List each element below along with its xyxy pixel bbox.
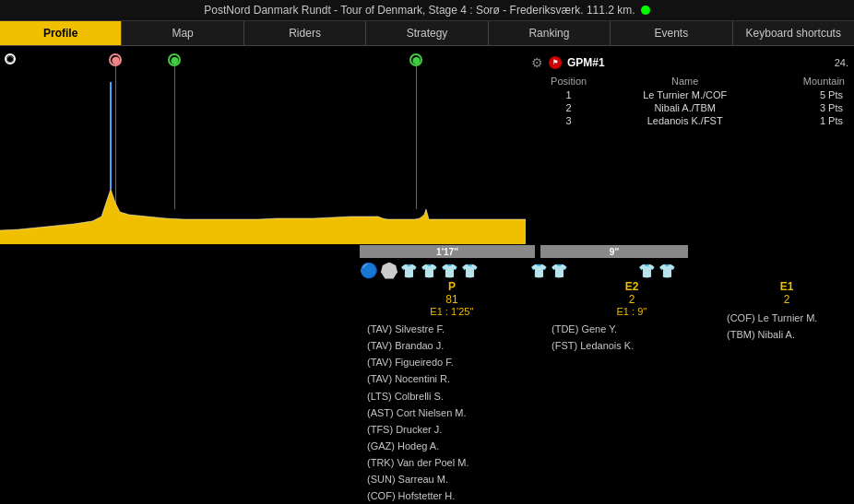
pts-3: 1 Pts xyxy=(764,114,848,127)
group-p-time: E1 : 1'25'' xyxy=(430,306,473,317)
jersey-shirt-3: 👕 xyxy=(441,263,458,279)
timing-bar-1: 1'17'' xyxy=(360,245,535,258)
marker-km2: ⬤ xyxy=(168,53,181,66)
tab-events[interactable]: Events xyxy=(611,21,732,45)
gpm-row-2: 2 Nibali A./TBM 3 Pts xyxy=(531,101,848,114)
marker-start: ◯ xyxy=(5,53,16,64)
gpm-table: Position Name Mountain 1 Le Turnier M./C… xyxy=(531,74,848,127)
pos-3: 3 xyxy=(531,114,606,127)
race-title: PostNord Danmark Rundt - Tour of Denmark… xyxy=(204,4,635,17)
tab-strategy[interactable]: Strategy xyxy=(366,21,488,45)
marker-km3: ⬤ xyxy=(409,53,422,66)
jerseys-row: 🔵 👕 👕 👕 👕 👕 👕 👕 👕 xyxy=(360,262,676,279)
tab-riders[interactable]: Riders xyxy=(244,21,366,45)
timing-bars: 1'17'' 9'' xyxy=(360,245,688,258)
group-columns: P 81 E1 : 1'25'' (TAV) Silvestre F. (TAV… xyxy=(360,280,854,504)
group-e1-label: E1 xyxy=(780,280,794,293)
gpm-topright: 24. xyxy=(835,57,848,68)
gpm-title: GPM#1 xyxy=(567,56,605,69)
marker-km1: ⬤ xyxy=(109,53,122,66)
settings-icon[interactable]: ⚙ xyxy=(531,55,543,70)
title-bar: PostNord Danmark Rundt - Tour of Denmark… xyxy=(0,0,854,21)
tab-map[interactable]: Map xyxy=(122,21,243,45)
pts-2: 3 Pts xyxy=(764,101,848,114)
gpm-row-3: 3 Ledanois K./FST 1 Pts xyxy=(531,114,848,127)
name-2: Nibali A./TBM xyxy=(606,101,764,114)
group-e2: E2 2 E1 : 9'' (TDE) Gene Y. (FST) Ledano… xyxy=(544,280,719,504)
pts-1: 5 Pts xyxy=(764,88,848,101)
group-p-count: 81 xyxy=(445,293,457,306)
tab-keyboard-shortcuts[interactable]: Keyboard shortcuts xyxy=(733,21,854,45)
jersey-shirt-2: 👕 xyxy=(421,263,438,279)
live-indicator xyxy=(641,6,650,15)
elevation-chart xyxy=(0,69,526,244)
gpm-panel: ⚙ ⚑ GPM#1 24. Position Name Mountain 1 L… xyxy=(526,52,854,131)
col-position: Position xyxy=(531,74,606,88)
timing-bar-2: 9'' xyxy=(540,245,688,258)
group-e1-count: 2 xyxy=(784,293,790,306)
gpm-header-row: ⚙ ⚑ GPM#1 24. xyxy=(531,55,848,70)
col-mountain: Mountain xyxy=(764,74,848,88)
jersey-blue: 🔵 xyxy=(360,262,378,279)
group-e2-time: E1 : 9'' xyxy=(617,306,647,317)
group-p-riders: (TAV) Silvestre F. (TAV) Brandao J. (TAV… xyxy=(367,321,537,504)
group-e2-riders: (TDE) Gene Y. (FST) Ledanois K. xyxy=(552,321,712,354)
name-1: Le Turnier M./COF xyxy=(606,88,764,101)
svg-marker-0 xyxy=(0,189,526,244)
gpm-badge: ⚑ xyxy=(549,56,562,69)
nav-tabs: Profile Map Riders Strategy Ranking Even… xyxy=(0,21,854,46)
tab-profile[interactable]: Profile xyxy=(0,21,122,45)
group-e1: E1 2 (COF) Le Turnier M. (TBM) Nibali A. xyxy=(719,280,854,504)
group-e2-label: E2 xyxy=(625,280,639,293)
jersey-e2-2: 👕 xyxy=(551,263,568,279)
jersey-e1-2: 👕 xyxy=(658,263,676,279)
content-area: ◯ ⬤ ⬤ ⬤ xyxy=(0,46,854,500)
pos-2: 2 xyxy=(531,101,606,114)
group-e2-count: 2 xyxy=(629,293,635,306)
group-p: P 81 E1 : 1'25'' (TAV) Silvestre F. (TAV… xyxy=(360,280,544,504)
gpm-row-1: 1 Le Turnier M./COF 5 Pts xyxy=(531,88,848,101)
jersey-white-1 xyxy=(381,263,397,279)
pos-1: 1 xyxy=(531,88,606,101)
group-p-label: P xyxy=(448,280,456,293)
tab-ranking[interactable]: Ranking xyxy=(489,21,611,45)
col-name: Name xyxy=(606,74,764,88)
group-e1-riders: (COF) Le Turnier M. (TBM) Nibali A. xyxy=(727,310,847,343)
jersey-shirt-1: 👕 xyxy=(400,263,418,279)
jersey-e1-1: 👕 xyxy=(638,263,656,279)
jersey-e2-1: 👕 xyxy=(530,263,548,279)
name-3: Ledanois K./FST xyxy=(606,114,764,127)
profile-chart-container: ◯ ⬤ ⬤ ⬤ xyxy=(0,46,526,244)
jersey-shirt-4: 👕 xyxy=(461,263,479,279)
